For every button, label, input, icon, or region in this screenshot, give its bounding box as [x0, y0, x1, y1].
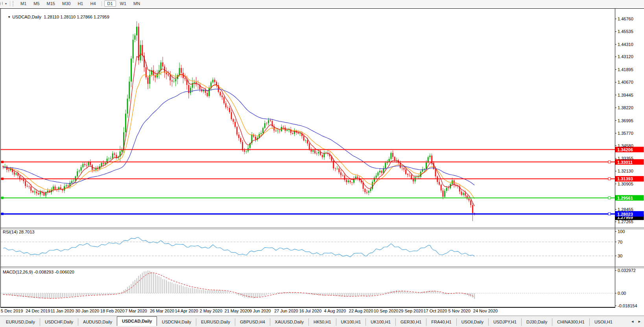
symbol-tab-xauusd-daily[interactable]: XAUUSD,Daily — [270, 318, 308, 326]
symbol-tab-usdchf-daily[interactable]: USDCHF,Daily — [40, 318, 78, 326]
price-axis-label: 1.36995 — [618, 118, 633, 123]
date-axis-label: 24 Dec 2019 — [26, 309, 50, 313]
symbol-tab-bar: EURUSD,DailyUSDCHF,DailyAUDUSD,DailyUSDC… — [0, 316, 644, 327]
price-level-tag-text: 1.34206 — [617, 147, 633, 152]
line-handle[interactable] — [608, 178, 611, 180]
price-axis-label: 1.43120 — [618, 54, 633, 59]
macd-indicator-label: MACD(12,26,9) -0.008293 -0.006020 — [3, 270, 74, 274]
date-axis-label: 30 Jan 2020 — [76, 309, 100, 313]
symbol-tab-hk50-h1[interactable]: HK50,H1 — [308, 318, 336, 326]
symbol-tab-eurusd-daily[interactable]: EURUSD,Daily — [196, 318, 235, 326]
date-axis-label: 7 Mar 2020 — [125, 309, 147, 313]
tab-scroll-left-icon[interactable]: ◄ — [631, 320, 634, 323]
line-handle[interactable] — [1, 213, 4, 215]
date-axis-label: 27 Jun 2020 — [274, 309, 298, 313]
date-axis-label: 5 Nov 2020 — [448, 309, 471, 313]
chart-title-text: USDCAD,Daily 1.28110 1.28110 1.27866 1.2… — [12, 15, 109, 19]
macd-axis-label: 0.032972 — [618, 268, 636, 273]
candlestick-series — [3, 21, 475, 221]
symbol-tab-audusd-daily[interactable]: AUDUSD,Daily — [78, 318, 117, 326]
rsi-axis-label: 30 — [618, 254, 622, 258]
chart-canvas[interactable]: 1.279591.342061.330111.313931.295611.280… — [0, 0, 644, 327]
date-axis-label: 18 Feb 2020 — [100, 309, 125, 313]
line-handle[interactable] — [608, 197, 611, 199]
price-level-tag-text: 1.29561 — [617, 196, 633, 200]
symbol-tab-eurusd-daily[interactable]: EURUSD,Daily — [1, 318, 40, 326]
symbol-tab-usoil-daily[interactable]: USOil,Daily — [456, 318, 488, 326]
date-axis-label: 4 Aug 2020 — [324, 309, 346, 313]
symbol-tab-fra40-h1[interactable]: FRA40,H1 — [426, 318, 456, 326]
price-axis-label: 1.34580 — [618, 143, 633, 148]
date-axis-label: 16 Jul 2020 — [299, 309, 321, 313]
collapse-caret-icon[interactable]: ▼ — [7, 15, 11, 19]
price-axis-label: 1.35770 — [618, 131, 633, 136]
date-axis-label: 11 Jan 2020 — [50, 309, 74, 313]
price-axis-label: 1.39445 — [618, 93, 633, 97]
date-axis-label: 17 Oct 2020 — [423, 309, 447, 313]
price-level-tag-text: 1.31393 — [617, 176, 633, 181]
symbol-tab-usdcad-daily[interactable]: USDCAD,Daily — [117, 316, 157, 326]
tab-scroll-arrows: ◄ ► — [628, 317, 644, 326]
line-handle[interactable] — [608, 213, 611, 215]
price-axis-label: 1.30905 — [618, 182, 633, 186]
chart-title: ▼USDCAD,Daily 1.28110 1.28110 1.27866 1.… — [3, 10, 109, 24]
date-axis-label: 24 Nov 2020 — [473, 309, 498, 313]
price-axis-label: 1.27265 — [618, 219, 633, 224]
date-axis-label: 21 May 2020 — [225, 309, 250, 313]
price-axis-label: 1.32130 — [618, 169, 633, 173]
rsi-axis-label: 70 — [618, 240, 622, 244]
tab-scroll-right-icon[interactable]: ► — [638, 320, 641, 323]
symbol-tab-dj30-daily[interactable]: DJ30,Daily — [521, 318, 552, 326]
symbol-tab-ger30-h1[interactable]: GER30,H1 — [395, 318, 426, 326]
price-axis-label: 1.46760 — [618, 17, 633, 21]
price-axis-label: 1.28455 — [618, 207, 633, 212]
date-axis-label: 9 Jun 2020 — [249, 309, 271, 313]
price-axis-label: 1.38220 — [618, 105, 633, 110]
rsi-indicator-label: RSI(14) 28.7013 — [3, 230, 35, 234]
price-axis-label: 1.40670 — [618, 80, 633, 85]
line-handle[interactable] — [1, 178, 4, 180]
price-axis-label: 1.45535 — [618, 29, 633, 34]
date-axis-label: 10 Sep 2020 — [374, 309, 398, 313]
macd-histogram — [3, 270, 474, 299]
date-axis-label: 29 Sep 2020 — [399, 309, 423, 313]
price-level-tag-text: 1.28023 — [617, 212, 633, 217]
price-axis-label: 1.44310 — [618, 42, 633, 47]
date-axis-label: 22 Aug 2020 — [349, 309, 373, 313]
symbol-tab-uk100-h1[interactable]: UK100,H1 — [365, 318, 395, 326]
date-axis-label: 26 Mar 2020 — [150, 309, 174, 313]
symbol-tab-china300-h1[interactable]: CHINA300,H1 — [552, 318, 589, 326]
rsi-line — [3, 237, 474, 257]
line-handle[interactable] — [1, 161, 4, 163]
date-axis-label: 14 Apr 2020 — [175, 309, 198, 313]
date-axis-label: 5 Dec 2019 — [1, 309, 23, 313]
line-handle[interactable] — [608, 161, 611, 163]
symbol-tab-usdjpy-h1[interactable]: USDJPY,H1 — [488, 318, 521, 326]
price-axis-label: 1.33355 — [618, 156, 633, 161]
symbol-tab-usdcnh-daily[interactable]: USDCNH,Daily — [157, 318, 196, 326]
macd-axis-label: -0.018154 — [618, 303, 637, 308]
date-axis-label: 2 May 2020 — [200, 309, 222, 313]
symbol-tab-uk100-h1[interactable]: UK100,H1 — [336, 318, 366, 326]
macd-axis-label: 0.00 — [618, 291, 626, 296]
price-axis-label: 1.41895 — [618, 67, 633, 72]
moving-averages — [3, 54, 474, 206]
symbol-tab-gbpusd-h4[interactable]: GBPUSD,H4 — [235, 318, 270, 326]
rsi-axis-label: 100 — [618, 229, 625, 234]
symbol-tab-usoil-h1[interactable]: USOil,H1 — [589, 318, 617, 326]
line-handle[interactable] — [1, 197, 4, 199]
